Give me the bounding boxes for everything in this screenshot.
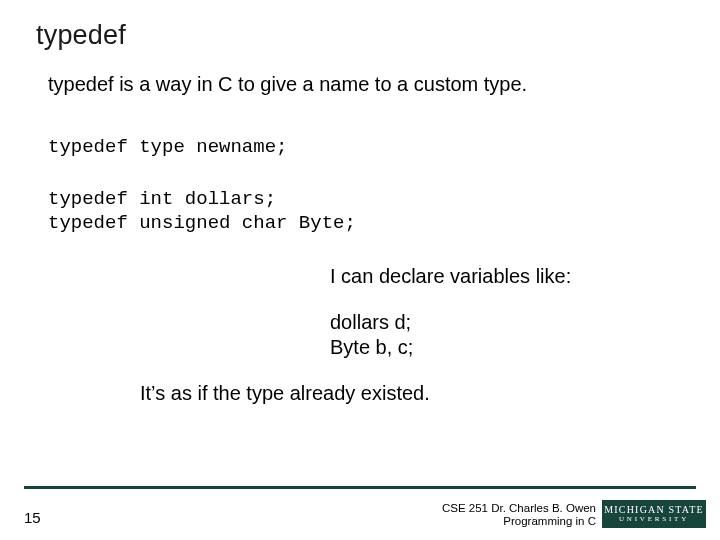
slide-subtitle: typedef is a way in C to give a name to … bbox=[0, 51, 720, 96]
page-number: 15 bbox=[24, 509, 41, 526]
code-line: typedef unsigned char Byte; bbox=[48, 212, 680, 236]
footer-divider bbox=[24, 486, 696, 489]
var-examples: dollars d; Byte b, c; bbox=[0, 288, 720, 360]
msu-logo: MICHIGAN STATE UNIVERSITY bbox=[602, 500, 706, 528]
declare-heading: I can declare variables like: bbox=[0, 235, 720, 288]
conclusion-text: It’s as if the type already existed. bbox=[0, 360, 720, 405]
var-line: dollars d; bbox=[330, 310, 680, 335]
slide-title: typedef bbox=[0, 20, 720, 51]
logo-line: UNIVERSITY bbox=[619, 516, 689, 523]
code-syntax: typedef type newname; bbox=[0, 96, 720, 160]
var-line: Byte b, c; bbox=[330, 335, 680, 360]
logo-line: MICHIGAN STATE bbox=[604, 505, 704, 516]
footer: 15 CSE 251 Dr. Charles B. Owen Programmi… bbox=[0, 486, 720, 526]
credit-line: Programming in C bbox=[442, 515, 596, 528]
slide: typedef typedef is a way in C to give a … bbox=[0, 0, 720, 540]
credit-block: CSE 251 Dr. Charles B. Owen Programming … bbox=[442, 502, 596, 528]
code-line: typedef int dollars; bbox=[48, 188, 680, 212]
code-examples: typedef int dollars; typedef unsigned ch… bbox=[0, 160, 720, 236]
credit-line: CSE 251 Dr. Charles B. Owen bbox=[442, 502, 596, 515]
